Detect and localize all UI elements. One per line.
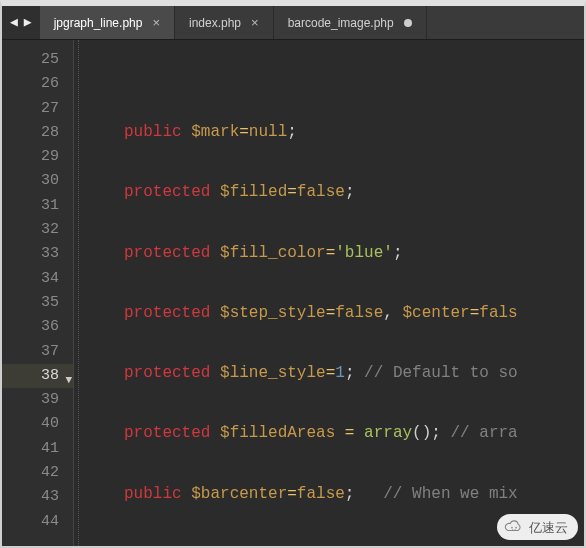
svg-point-1 — [515, 527, 517, 529]
dirty-indicator-icon — [404, 19, 412, 27]
code-line: protected $fill_color='blue'; — [80, 241, 584, 265]
code-line: protected $step_style=false, $center=fal… — [80, 301, 584, 325]
line-number: 25 — [2, 48, 73, 72]
line-number: 28 — [2, 121, 73, 145]
line-number: 27 — [2, 97, 73, 121]
tab-index[interactable]: index.php × — [175, 6, 274, 39]
code-line: public $mark=null; — [80, 120, 584, 144]
tab-jpgraph-line[interactable]: jpgraph_line.php × — [40, 6, 175, 39]
tab-label: index.php — [189, 6, 241, 40]
app-window: ◀ ▶ jpgraph_line.php × index.php × barco… — [0, 0, 586, 548]
line-number: 29 — [2, 145, 73, 169]
line-number: 26 — [2, 72, 73, 96]
tab-nav-arrows: ◀ ▶ — [2, 6, 40, 39]
watermark-badge: 亿速云 — [497, 514, 578, 540]
line-number: 35 — [2, 291, 73, 315]
code-line: protected $filledAreas = array(); // arr… — [80, 421, 584, 445]
code-area[interactable]: public $mark=null; protected $filled=fal… — [74, 40, 584, 546]
line-number: 33 — [2, 242, 73, 266]
tab-strip: ◀ ▶ jpgraph_line.php × index.php × barco… — [2, 6, 584, 40]
line-number: 37 — [2, 340, 73, 364]
svg-point-0 — [511, 527, 513, 529]
line-number: 38▼ — [2, 364, 73, 388]
close-icon[interactable]: × — [251, 16, 259, 29]
line-number: 41 — [2, 437, 73, 461]
line-number: 42 — [2, 461, 73, 485]
tab-forward-icon[interactable]: ▶ — [24, 16, 32, 29]
cloud-icon — [503, 518, 525, 536]
code-line: protected $fillFromMin = false, $fillFro… — [80, 542, 584, 546]
tab-label: jpgraph_line.php — [54, 6, 143, 40]
tab-barcode-image[interactable]: barcode_image.php — [274, 6, 427, 39]
tab-label: barcode_image.php — [288, 6, 394, 40]
watermark-text: 亿速云 — [529, 521, 568, 534]
code-editor[interactable]: 25 26 27 28 29 30 31 32 33 34 35 36 37 3… — [2, 40, 584, 546]
line-number: 31 — [2, 194, 73, 218]
line-number: 39 — [2, 388, 73, 412]
close-icon[interactable]: × — [152, 16, 160, 29]
line-number: 40 — [2, 412, 73, 436]
tab-back-icon[interactable]: ◀ — [10, 16, 18, 29]
line-number: 43 — [2, 485, 73, 509]
line-number-gutter: 25 26 27 28 29 30 31 32 33 34 35 36 37 3… — [2, 40, 74, 546]
line-number: 32 — [2, 218, 73, 242]
code-line: protected $filled=false; — [80, 180, 584, 204]
line-number: 34 — [2, 267, 73, 291]
line-number: 44 — [2, 510, 73, 534]
line-number: 30 — [2, 169, 73, 193]
code-line: public $barcenter=false; // When we mix — [80, 482, 584, 506]
line-number: 36 — [2, 315, 73, 339]
code-line: protected $line_style=1; // Default to s… — [80, 361, 584, 385]
